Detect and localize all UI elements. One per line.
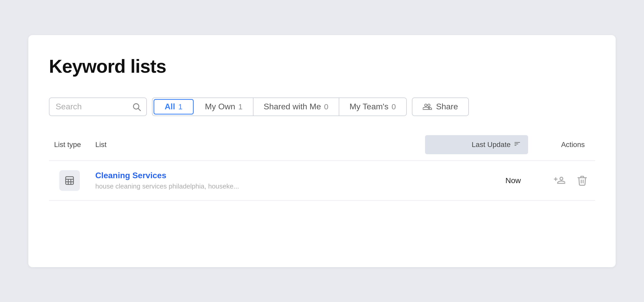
table-icon xyxy=(64,175,75,186)
tab-all-count: 1 xyxy=(178,102,183,111)
add-person-icon xyxy=(554,175,565,186)
table-row: Cleaning Services house cleaning service… xyxy=(49,161,595,201)
table-header: List type List Last Update Actions xyxy=(49,129,595,161)
sort-icon xyxy=(514,140,521,149)
tab-all-label: All xyxy=(165,102,175,111)
delete-list-button[interactable] xyxy=(574,173,590,188)
delete-icon xyxy=(577,175,588,186)
share-list-button[interactable] xyxy=(552,173,567,188)
list-cell: Cleaning Services house cleaning service… xyxy=(90,171,425,190)
page-container: Keyword lists All 1 xyxy=(0,0,644,302)
share-button-label: Share xyxy=(436,102,458,111)
th-list-type: List type xyxy=(49,136,90,153)
svg-rect-2 xyxy=(66,177,73,184)
tab-shared-with-me[interactable]: Shared with Me 0 xyxy=(253,98,339,116)
list-type-cell xyxy=(49,170,90,191)
tab-my-own-count: 1 xyxy=(238,102,243,111)
tab-my-teams-count: 0 xyxy=(392,102,396,111)
search-button[interactable] xyxy=(127,98,146,116)
svg-line-1 xyxy=(138,108,140,110)
search-input[interactable] xyxy=(49,102,127,111)
tab-my-teams-label: My Team's xyxy=(350,102,388,111)
keyword-lists-table: List type List Last Update Actions xyxy=(49,129,595,201)
main-card: Keyword lists All 1 xyxy=(28,35,616,267)
share-people-icon xyxy=(423,102,432,111)
tab-shared-with-me-label: Shared with Me xyxy=(264,102,321,111)
tab-shared-with-me-count: 0 xyxy=(324,102,328,111)
search-icon xyxy=(132,102,141,111)
tab-my-own-label: My Own xyxy=(205,102,235,111)
share-button[interactable]: Share xyxy=(412,97,469,116)
th-actions: Actions xyxy=(528,136,595,153)
page-title: Keyword lists xyxy=(49,56,595,77)
list-description: house cleaning services philadelphia, ho… xyxy=(95,182,420,190)
last-update-cell: Now xyxy=(425,176,528,185)
list-name-link[interactable]: Cleaning Services xyxy=(95,171,420,180)
tab-my-own[interactable]: My Own 1 xyxy=(195,98,253,116)
th-list: List xyxy=(90,136,425,153)
toolbar: All 1 My Own 1 Shared with Me 0 My Team'… xyxy=(49,97,595,116)
tab-my-teams[interactable]: My Team's 0 xyxy=(339,98,406,116)
tab-all[interactable]: All 1 xyxy=(154,99,194,115)
th-last-update: Last Update xyxy=(425,135,528,154)
actions-cell xyxy=(528,173,595,188)
search-wrapper xyxy=(49,97,147,116)
filter-tabs: All 1 My Own 1 Shared with Me 0 My Team'… xyxy=(152,97,407,116)
list-icon-wrapper xyxy=(59,170,80,191)
